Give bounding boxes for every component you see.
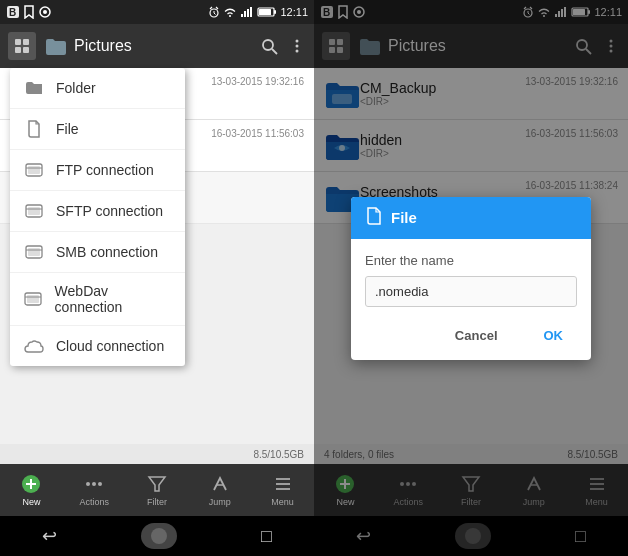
- wifi-icon: [223, 6, 237, 18]
- bottom-status-left: 8.5/10.5GB: [0, 444, 314, 464]
- svg-point-20: [296, 50, 299, 53]
- smb-icon: [24, 242, 44, 262]
- svg-rect-11: [259, 9, 271, 15]
- nav-jump-left[interactable]: Jump: [188, 473, 251, 507]
- dropdown-label: Folder: [56, 80, 96, 96]
- nav-label: New: [22, 497, 40, 507]
- dialog-label: Enter the name: [365, 253, 577, 268]
- svg-point-39: [92, 482, 96, 486]
- svg-point-16: [263, 40, 273, 50]
- svg-line-17: [272, 49, 277, 54]
- actions-icon: [83, 473, 105, 495]
- file-dialog-icon: [365, 207, 383, 229]
- jump-icon: [209, 473, 231, 495]
- recents-button-left[interactable]: □: [261, 526, 272, 547]
- svg-rect-6: [244, 11, 246, 17]
- top-folder-icon-left: [44, 35, 66, 57]
- dialog-ok-button[interactable]: OK: [526, 321, 582, 350]
- dropdown-item-sftp[interactable]: SFTP connection: [10, 191, 185, 232]
- search-icon-left[interactable]: [260, 37, 278, 55]
- file-icon: [24, 119, 44, 139]
- svg-point-40: [98, 482, 102, 486]
- dropdown-label: SFTP connection: [56, 203, 163, 219]
- menu-icon: [272, 473, 294, 495]
- svg-rect-27: [28, 207, 40, 215]
- svg-marker-41: [149, 477, 165, 491]
- top-bar-left: Pictures: [0, 24, 314, 68]
- right-panel: B 12:11 Pictures: [314, 0, 628, 556]
- dialog-buttons: Cancel OK: [351, 313, 591, 360]
- dropdown-item-file[interactable]: File: [10, 109, 185, 150]
- dropdown-item-smb[interactable]: SMB connection: [10, 232, 185, 273]
- svg-rect-15: [23, 47, 29, 53]
- svg-text:B: B: [9, 7, 16, 18]
- sftp-icon: [24, 201, 44, 221]
- svg-rect-13: [23, 39, 29, 45]
- top-bar-title-left: Pictures: [74, 37, 252, 55]
- dialog-name-input[interactable]: [365, 276, 577, 307]
- dropdown-item-folder[interactable]: Folder: [10, 68, 185, 109]
- nav-menu-left[interactable]: Menu: [251, 473, 314, 507]
- svg-rect-30: [28, 248, 40, 256]
- dropdown-label: File: [56, 121, 79, 137]
- dropdown-label: FTP connection: [56, 162, 154, 178]
- svg-point-18: [296, 40, 299, 43]
- svg-point-19: [296, 45, 299, 48]
- time-display: 12:11: [280, 6, 308, 18]
- dialog-box: File Enter the name Cancel OK: [351, 197, 591, 360]
- nav-label: Filter: [147, 497, 167, 507]
- nav-label: Jump: [209, 497, 231, 507]
- svg-rect-5: [241, 14, 243, 17]
- nav-filter-left[interactable]: Filter: [126, 473, 189, 507]
- dialog-cancel-button[interactable]: Cancel: [437, 321, 516, 350]
- dialog-title: File: [391, 209, 417, 226]
- more-icon-left[interactable]: [288, 37, 306, 55]
- battery-icon: [257, 6, 277, 18]
- svg-point-3: [43, 10, 47, 14]
- svg-rect-12: [15, 39, 21, 45]
- home-button-left[interactable]: [141, 523, 177, 549]
- alarm-icon: [208, 6, 220, 18]
- bottom-nav-left: New Actions Filter Jump Menu: [0, 464, 314, 516]
- svg-point-38: [86, 482, 90, 486]
- nav-actions-left[interactable]: Actions: [63, 473, 126, 507]
- ftp-icon: [24, 160, 44, 180]
- dropdown-item-cloud[interactable]: Cloud connection: [10, 326, 185, 366]
- svg-rect-24: [28, 166, 40, 174]
- b-icon: B: [6, 5, 20, 19]
- svg-rect-7: [247, 9, 249, 17]
- filter-icon: [146, 473, 168, 495]
- grid-icon: [14, 38, 30, 54]
- dropdown-menu: Folder File FTP connection SFTP connecti…: [10, 68, 185, 366]
- back-button-left[interactable]: ↩: [42, 525, 57, 547]
- file-date: 13-03-2015 19:32:16: [211, 76, 304, 87]
- nav-new-left[interactable]: New: [0, 473, 63, 507]
- bookmark-icon: [23, 5, 35, 19]
- cloud-icon: [24, 336, 44, 356]
- dialog-overlay: File Enter the name Cancel OK: [314, 0, 628, 556]
- storage-info-left: 8.5/10.5GB: [253, 449, 304, 460]
- menu-button-left[interactable]: [8, 32, 36, 60]
- dialog-title-bar: File: [351, 197, 591, 239]
- nav-label: Actions: [79, 497, 109, 507]
- dropdown-item-ftp[interactable]: FTP connection: [10, 150, 185, 191]
- dropdown-label: SMB connection: [56, 244, 158, 260]
- status-bar-left: B 12:11: [0, 0, 314, 24]
- svg-rect-10: [274, 10, 276, 14]
- dropdown-item-webdav[interactable]: WebDav connection: [10, 273, 185, 326]
- nav-label: Menu: [271, 497, 294, 507]
- file-date: 16-03-2015 11:56:03: [211, 128, 304, 139]
- status-right: 12:11: [208, 6, 308, 18]
- folder-icon: [24, 78, 44, 98]
- status-icons-left: B: [6, 5, 52, 19]
- svg-rect-33: [27, 295, 39, 303]
- settings-icon: [38, 5, 52, 19]
- top-bar-actions-left: [260, 37, 306, 55]
- webdav-icon: [24, 289, 43, 309]
- svg-rect-8: [250, 7, 252, 17]
- new-icon: [20, 473, 42, 495]
- dropdown-label: WebDav connection: [55, 283, 171, 315]
- dropdown-label: Cloud connection: [56, 338, 164, 354]
- signal-icon: [240, 6, 254, 18]
- left-panel: B 12:11 Pic: [0, 0, 314, 556]
